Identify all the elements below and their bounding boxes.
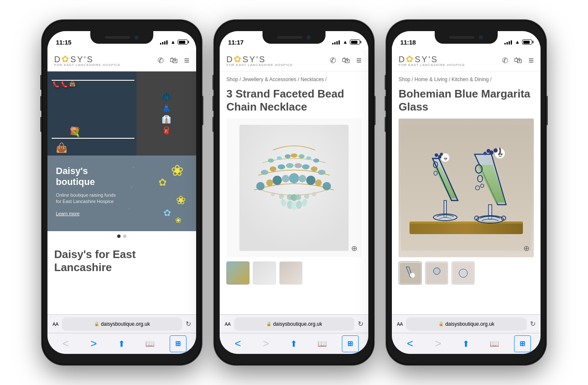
safari-aa-1[interactable]: AA bbox=[52, 322, 58, 327]
phone-1: 11:15 ▲ bbox=[42, 20, 202, 365]
website-content-1[interactable]: D✿SY'S FOR EAST LANCASHIRE HOSPICE ✆ 🛍 ≡ bbox=[47, 50, 196, 314]
website-content-3[interactable]: D✿SY'S FOR EAST LANCASHIRE HOSPICE ✆ 🛍 ≡… bbox=[392, 50, 541, 314]
safari-nav-2: < > ⬆ 📖 ⊞ bbox=[220, 333, 368, 354]
thumb-2-3[interactable] bbox=[279, 261, 302, 285]
slider-dots-1 bbox=[47, 231, 196, 241]
svg-point-29 bbox=[295, 194, 301, 200]
site-logo-1: D✿SY'S FOR EAST LANCASHIRE HOSPICE bbox=[54, 54, 121, 67]
svg-point-11 bbox=[286, 163, 294, 168]
svg-point-7 bbox=[313, 158, 319, 163]
svg-point-3 bbox=[285, 154, 291, 158]
safari-back-1[interactable]: < bbox=[57, 335, 74, 352]
status-icons-3: ▲ bbox=[504, 39, 532, 45]
hero-left-1: 👠 👠 👜 💐 👜 bbox=[47, 71, 136, 156]
safari-share-1[interactable]: ⬆ bbox=[113, 335, 130, 352]
safari-url-box-2[interactable]: 🔒 daisysboutique.org.uk bbox=[234, 317, 354, 331]
thumb-strip-3 bbox=[392, 257, 541, 289]
necklace-svg bbox=[239, 125, 349, 251]
safari-reload-2[interactable]: ↻ bbox=[358, 320, 363, 328]
header-icons-1: ✆ 🛍 ≡ bbox=[158, 55, 189, 66]
svg-point-26 bbox=[279, 194, 284, 199]
product-title-3: Bohemian Blue Margarita Glass bbox=[399, 87, 534, 113]
safari-nav-1: < > ⬆ 📖 ⊞ bbox=[47, 333, 196, 354]
safari-url-box-1[interactable]: 🔒 daisysboutique.org.uk bbox=[62, 317, 182, 331]
notch-camera-3 bbox=[479, 35, 483, 40]
safari-bar-1: AA 🔒 daisysboutique.org.uk ↻ bbox=[47, 314, 196, 333]
svg-point-63 bbox=[487, 149, 491, 153]
safari-tabs-3[interactable]: ⊞ bbox=[514, 335, 531, 352]
svg-point-12 bbox=[294, 163, 302, 168]
product-image-2[interactable]: ⊕ bbox=[226, 119, 362, 257]
svg-point-13 bbox=[302, 164, 310, 169]
safari-lock-icon-1: 🔒 bbox=[94, 322, 99, 326]
svg-point-30 bbox=[304, 194, 309, 199]
svg-point-18 bbox=[273, 176, 282, 185]
safari-nav-3: < > ⬆ 📖 ⊞ bbox=[392, 333, 541, 354]
safari-aa-2[interactable]: AA bbox=[225, 322, 231, 327]
safari-back-3[interactable]: < bbox=[402, 335, 418, 352]
cart-icon-1[interactable]: 🛍 bbox=[170, 55, 178, 65]
svg-point-49 bbox=[440, 153, 443, 156]
svg-point-8 bbox=[261, 170, 268, 175]
safari-bookmarks-2[interactable]: 📖 bbox=[314, 335, 331, 352]
safari-aa-3[interactable]: AA bbox=[397, 322, 403, 327]
zoom-button-2[interactable]: ⊕ bbox=[351, 244, 357, 253]
svg-point-23 bbox=[315, 179, 322, 186]
safari-share-2[interactable]: ⬆ bbox=[286, 335, 302, 352]
status-time-2: 11:17 bbox=[228, 39, 244, 46]
safari-back-2[interactable]: < bbox=[229, 335, 246, 352]
slider-banner-1: ❀ ✿ ❀ ✿ ❀ • • • Daisy's boutique Online … bbox=[47, 156, 196, 231]
safari-bookmarks-1[interactable]: 📖 bbox=[142, 335, 158, 352]
safari-share-3[interactable]: ⬆ bbox=[458, 335, 475, 352]
svg-point-62 bbox=[494, 148, 498, 153]
site-header-3: D✿SY'S FOR EAST LANCASHIRE HOSPICE ✆ 🛍 ≡ bbox=[392, 50, 541, 71]
safari-reload-1[interactable]: ↻ bbox=[186, 320, 191, 328]
banner-title-1: Daisy's boutique bbox=[56, 166, 123, 188]
thumb-3-3[interactable] bbox=[452, 261, 475, 285]
safari-reload-3[interactable]: ↻ bbox=[530, 320, 536, 328]
menu-icon-2[interactable]: ≡ bbox=[356, 55, 362, 66]
notch-3 bbox=[435, 31, 498, 44]
dot-1-inactive[interactable] bbox=[123, 235, 126, 238]
svg-point-1 bbox=[268, 158, 274, 163]
phone-icon-3[interactable]: ✆ bbox=[502, 56, 508, 65]
cart-icon-2[interactable]: 🛍 bbox=[342, 55, 350, 65]
phone-icon-2[interactable]: ✆ bbox=[330, 56, 336, 65]
safari-url-box-3[interactable]: 🔒 daisysboutique.org.uk bbox=[406, 317, 527, 331]
thumb-2-1[interactable] bbox=[226, 261, 249, 285]
site-logo-3: D✿SY'S FOR EAST LANCASHIRE HOSPICE bbox=[399, 54, 465, 67]
phone-3: 11:18 ▲ bbox=[386, 20, 546, 365]
notch-speaker-1 bbox=[105, 36, 130, 39]
safari-url-1: daisysboutique.org.uk bbox=[101, 321, 150, 327]
svg-point-14 bbox=[311, 166, 318, 171]
dot-1-active[interactable] bbox=[117, 235, 121, 238]
menu-icon-1[interactable]: ≡ bbox=[184, 55, 189, 66]
svg-point-46 bbox=[446, 158, 447, 159]
thumb-3-1[interactable] bbox=[399, 261, 422, 285]
menu-icon-3[interactable]: ≡ bbox=[528, 55, 534, 66]
safari-forward-3[interactable]: > bbox=[430, 335, 446, 352]
phones-container: 11:15 ▲ bbox=[0, 12, 588, 373]
safari-tabs-2[interactable]: ⊞ bbox=[342, 335, 359, 352]
product-image-3[interactable]: ⊕ bbox=[399, 119, 534, 257]
signal-icon-1 bbox=[160, 40, 168, 45]
svg-point-60 bbox=[501, 153, 503, 156]
safari-tabs-1[interactable]: ⊞ bbox=[170, 335, 186, 352]
svg-point-31 bbox=[312, 192, 316, 196]
svg-point-17 bbox=[266, 179, 273, 186]
website-content-2[interactable]: D✿SY'S FOR EAST LANCASHIRE HOSPICE ✆ 🛍 ≡… bbox=[220, 50, 368, 314]
safari-forward-1[interactable]: > bbox=[85, 335, 102, 352]
safari-url-3: daisysboutique.org.uk bbox=[445, 321, 494, 327]
safari-bookmarks-3[interactable]: 📖 bbox=[486, 335, 503, 352]
phone-icon-1[interactable]: ✆ bbox=[158, 56, 164, 65]
screen-1: 11:15 ▲ bbox=[47, 31, 196, 354]
cart-icon-3[interactable]: 🛍 bbox=[514, 55, 522, 65]
thumb-2-2[interactable] bbox=[253, 261, 276, 285]
status-time-3: 11:18 bbox=[400, 39, 416, 46]
thumb-3-2[interactable] bbox=[425, 261, 448, 285]
safari-lock-icon-3: 🔒 bbox=[438, 322, 444, 326]
zoom-button-3[interactable]: ⊕ bbox=[523, 244, 530, 253]
screen-2: 11:17 ▲ bbox=[220, 31, 368, 354]
safari-forward-2[interactable]: > bbox=[257, 335, 274, 352]
breadcrumb-3: Shop / Home & Living / Kitchen & Dining … bbox=[392, 71, 541, 84]
